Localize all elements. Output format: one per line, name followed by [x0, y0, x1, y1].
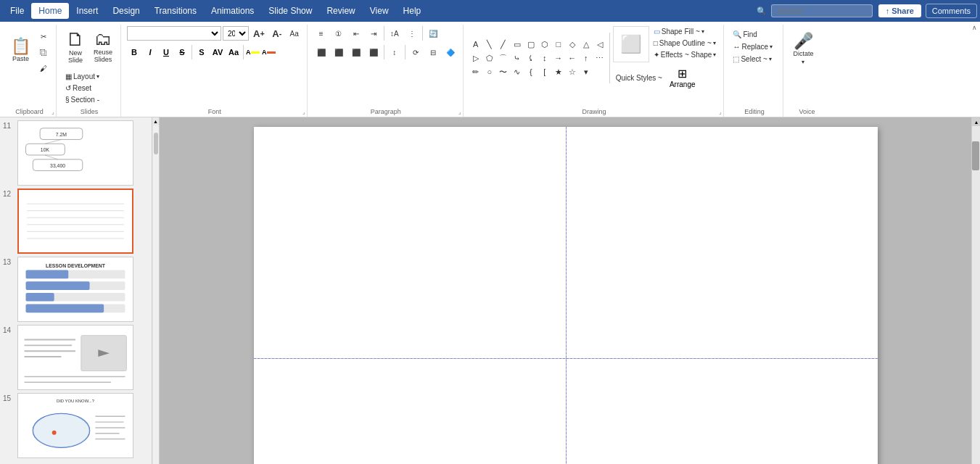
strikethrough-button[interactable]: S: [175, 45, 189, 59]
underline-button[interactable]: U: [159, 45, 173, 59]
shape-uarrow-button[interactable]: ↑: [580, 51, 593, 65]
menu-home[interactable]: Home: [31, 3, 69, 19]
shape-line2-button[interactable]: ╱: [497, 38, 510, 51]
shape-pentagon-button[interactable]: ⬠: [483, 51, 496, 65]
text-shadow-button[interactable]: S: [194, 45, 209, 59]
dictate-button[interactable]: 🎤 Dictate ▾: [789, 26, 817, 72]
menu-insert[interactable]: Insert: [69, 3, 105, 19]
font-color-button[interactable]: A: [262, 45, 276, 59]
slide-item-12[interactable]: 12: [3, 188, 149, 254]
align-right-button[interactable]: ⬛: [348, 45, 364, 59]
shape-bracket-button[interactable]: [: [538, 65, 551, 78]
slide-thumb-15[interactable]: DID YOU KNOW...?: [17, 393, 133, 458]
shape-larrow-button[interactable]: ←: [566, 51, 579, 65]
shape-arrow-button[interactable]: ▷: [469, 51, 482, 65]
shape-outline-button[interactable]: □ Shape Outline ~ ▾: [651, 38, 720, 49]
menu-transitions[interactable]: Transitions: [147, 3, 204, 19]
scroll-up-arrow[interactable]: ▲: [152, 117, 160, 125]
shape-circle-button[interactable]: ○: [483, 65, 496, 78]
align-center-button[interactable]: ⬛: [331, 45, 347, 59]
menu-help[interactable]: Help: [396, 3, 429, 19]
menu-design[interactable]: Design: [105, 3, 147, 19]
slide-item-11[interactable]: 11 7.2M 10K 33,400: [3, 120, 149, 186]
slide-item-15[interactable]: 15 DID YOU KNOW...?: [3, 393, 149, 458]
shape-star-button[interactable]: ★: [552, 65, 565, 78]
slide-item-14[interactable]: 14: [3, 325, 149, 390]
select-button[interactable]: ⬚ Select ~ ▾: [730, 54, 775, 65]
shape-freehand-button[interactable]: ✏: [469, 65, 482, 78]
shape-squiggle-button[interactable]: 〜: [497, 65, 510, 78]
paragraph-expand-icon[interactable]: ⌟: [458, 109, 461, 115]
increase-font-button[interactable]: A+: [250, 26, 268, 41]
shape-bend-button[interactable]: ⤹: [524, 51, 538, 65]
clipboard-expand-icon[interactable]: ⌟: [52, 109, 54, 115]
new-slide-button[interactable]: 🗋 NewSlide: [62, 26, 88, 68]
shape-rect2-button[interactable]: □: [552, 38, 565, 51]
slide-thumb-11[interactable]: 7.2M 10K 33,400: [17, 120, 133, 186]
bold-button[interactable]: B: [127, 45, 141, 59]
font-expand-icon[interactable]: ⌟: [302, 109, 305, 115]
menu-slideshow[interactable]: Slide Show: [261, 3, 319, 19]
shape-diamond-button[interactable]: ◇: [566, 38, 579, 51]
slide-thumb-14[interactable]: [17, 325, 133, 390]
shape-rect-button[interactable]: ▭: [511, 38, 524, 51]
numbering-button[interactable]: ①: [331, 26, 347, 41]
shape-wave-button[interactable]: ∿: [511, 65, 524, 78]
clear-formatting-button[interactable]: Aa: [287, 26, 302, 41]
arrange-button[interactable]: ⊞ Arrange: [667, 65, 699, 90]
cut-button[interactable]: ✂: [36, 29, 52, 44]
align-left-button[interactable]: ⬛: [313, 45, 329, 59]
find-button[interactable]: 🔍 Find: [730, 29, 775, 40]
shape-star2-button[interactable]: ☆: [566, 65, 579, 78]
comments-button[interactable]: Comments: [926, 4, 977, 18]
align-text-button[interactable]: ⊟: [425, 45, 441, 59]
shape-brace-button[interactable]: {: [524, 65, 538, 78]
shape-fill-button[interactable]: ▭ Shape Fill ~ ▾: [651, 26, 720, 37]
drawing-expand-icon[interactable]: ⌟: [719, 109, 722, 115]
font-size-select[interactable]: 20: [223, 26, 249, 41]
slide-thumb-13[interactable]: LESSON DEVELOPMENT: [17, 257, 133, 322]
italic-button[interactable]: I: [143, 45, 157, 59]
font-name-select[interactable]: [127, 26, 221, 41]
share-button[interactable]: ↑ Share: [878, 4, 921, 17]
slide-thumb-12[interactable]: [17, 188, 133, 254]
shape-misc-button[interactable]: ⋯: [593, 51, 606, 65]
ribbon-collapse-button[interactable]: ∧: [968, 22, 980, 33]
shape-line-button[interactable]: ╲: [483, 38, 496, 51]
decrease-font-button[interactable]: A-: [269, 26, 285, 41]
format-painter-button[interactable]: 🖌: [36, 61, 52, 75]
shape-more-button[interactable]: ▾: [580, 65, 593, 78]
reuse-slides-button[interactable]: 🗂 ReuseSlides: [90, 26, 116, 68]
section-button[interactable]: § Section -: [62, 94, 102, 105]
copy-button[interactable]: ⿻: [36, 45, 52, 59]
shape-curve-button[interactable]: ⌒: [497, 51, 510, 65]
decrease-indent-button[interactable]: ⇤: [348, 26, 364, 41]
sort-button[interactable]: ↕A: [387, 26, 403, 41]
menu-review[interactable]: Review: [319, 3, 362, 19]
right-scrollbar[interactable]: ▲ ▼: [971, 117, 980, 464]
shape-triangle-button[interactable]: △: [580, 38, 593, 51]
paste-button[interactable]: 📋 Paste: [7, 28, 34, 74]
scroll-thumb[interactable]: [154, 133, 158, 154]
increase-indent-button[interactable]: ⇥: [366, 26, 382, 41]
quick-styles-button[interactable]: Quick Styles ~: [613, 72, 665, 83]
change-case-button[interactable]: Aa: [226, 45, 241, 59]
layout-button[interactable]: ▦ Layout ▾: [62, 71, 102, 82]
search-input[interactable]: [771, 4, 873, 17]
shape-effects-button[interactable]: ✦ Effects ~ Shape ▾: [651, 49, 720, 60]
shape-rtriangle-button[interactable]: ◁: [593, 38, 606, 51]
right-scroll-up-arrow[interactable]: ▲: [972, 117, 980, 126]
slide-panel-scrollbar[interactable]: ▲ ▼: [152, 117, 160, 464]
shape-hexagon-button[interactable]: ⬡: [538, 38, 551, 51]
replace-button[interactable]: ↔ Replace ▾: [730, 41, 775, 52]
smart-art-convert-button[interactable]: 🔄: [425, 26, 441, 41]
reset-button[interactable]: ↺ Reset: [62, 83, 102, 94]
shape-darrow-button[interactable]: ↕: [538, 51, 551, 65]
text-direction-button[interactable]: ⟳: [408, 45, 424, 59]
menu-view[interactable]: View: [363, 3, 396, 19]
convert-to-smartart-button[interactable]: 🔷: [442, 45, 458, 59]
shape-connector-button[interactable]: ⤷: [511, 51, 524, 65]
add-remove-columns-button[interactable]: ⋮: [404, 26, 420, 41]
bullets-button[interactable]: ≡: [313, 26, 329, 41]
slide-canvas[interactable]: [254, 127, 878, 464]
